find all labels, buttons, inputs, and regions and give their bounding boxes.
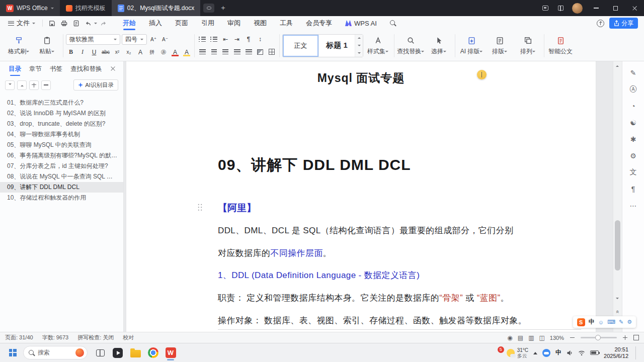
- translate-icon[interactable]: 文: [627, 168, 639, 177]
- expand-all-button[interactable]: [5, 80, 15, 90]
- new-tab-button[interactable]: ＋: [216, 0, 229, 16]
- distribute-button[interactable]: [244, 47, 254, 57]
- wps-app-button[interactable]: W: [164, 345, 177, 360]
- decrease-font-button[interactable]: A⁻: [160, 34, 170, 44]
- ribbon-search[interactable]: [383, 16, 403, 30]
- window-arrange-icon[interactable]: [538, 0, 553, 16]
- formatting-marks-icon[interactable]: ¶: [627, 185, 639, 194]
- decrease-indent-button[interactable]: ⇤: [220, 34, 230, 44]
- page-indicator[interactable]: 页面: 31/40: [5, 334, 33, 341]
- format-painter-button[interactable]: 格式刷: [5, 33, 32, 59]
- layout-button[interactable]: 排版: [486, 33, 513, 59]
- file-menu[interactable]: 文件: [4, 16, 39, 30]
- keyboard-icon[interactable]: ⌨: [607, 319, 615, 325]
- style-heading-1[interactable]: 标题 1: [319, 35, 355, 57]
- align-center-button[interactable]: [209, 47, 219, 57]
- zoom-in-outline-button[interactable]: [29, 80, 39, 90]
- outline-item-2[interactable]: 02、说说 InnoDB 与 MyISAM 的区别: [0, 108, 123, 119]
- pinyin-button[interactable]: 拼: [147, 47, 157, 57]
- web-view-icon[interactable]: ▥: [528, 334, 534, 341]
- emoji-icon[interactable]: ☺: [598, 319, 604, 325]
- ime-settings-icon[interactable]: ⚙: [627, 319, 632, 325]
- ribbon-tab-insert[interactable]: 插入: [142, 16, 169, 30]
- network-icon[interactable]: [578, 350, 585, 356]
- page-view-icon[interactable]: ▤: [518, 334, 523, 341]
- ribbon-tab-page[interactable]: 页面: [169, 16, 195, 30]
- eye-mode-icon[interactable]: ◉: [507, 334, 512, 341]
- fullscreen-icon[interactable]: [633, 335, 639, 340]
- paste-button[interactable]: 粘贴: [33, 33, 60, 59]
- user-avatar[interactable]: [572, 3, 583, 14]
- spellcheck-status[interactable]: 拼写检查: 关闭: [77, 334, 114, 341]
- ribbon-tab-home[interactable]: 开始: [116, 16, 142, 30]
- scrollbar-thumb[interactable]: [615, 220, 620, 270]
- battery-icon[interactable]: [590, 350, 599, 355]
- share-button[interactable]: 分享: [609, 18, 638, 29]
- outline-item-5[interactable]: 05、聊聊 MySQL 中的关联查询: [0, 140, 123, 150]
- undo-button[interactable]: [82, 17, 94, 29]
- font-color-button[interactable]: A: [170, 47, 180, 57]
- show-desktop-button[interactable]: [635, 346, 638, 359]
- volume-icon[interactable]: [567, 350, 573, 356]
- clear-format-button[interactable]: A: [135, 47, 145, 57]
- outline-item-8[interactable]: 08、说说在 MySQL 中一条查询 SQL 是...: [0, 171, 123, 182]
- numbered-list-button[interactable]: [209, 34, 219, 44]
- zoom-value[interactable]: 130%: [550, 335, 564, 341]
- ribbon-tab-reference[interactable]: 引用: [195, 16, 221, 30]
- italic-button[interactable]: I: [77, 47, 88, 57]
- collapse-all-button[interactable]: [17, 80, 27, 90]
- increase-font-button[interactable]: A⁺: [148, 34, 158, 44]
- document-tab[interactable]: 02、Mysql面试专题.docx: [112, 0, 200, 16]
- close-panel-icon[interactable]: [108, 64, 118, 74]
- increase-indent-button[interactable]: ⇥: [232, 34, 242, 44]
- ribbon-tab-wps-ai[interactable]: WPS AI: [339, 16, 383, 30]
- select-button[interactable]: 选择: [425, 33, 452, 59]
- eye-protection-icon[interactable]: ◔: [627, 102, 639, 111]
- maximize-button[interactable]: [606, 0, 625, 16]
- outline-item-1[interactable]: 01、数据库的三范式是什么?: [0, 98, 123, 108]
- nav-tab-contents[interactable]: 目录: [5, 61, 25, 76]
- print-button[interactable]: [58, 17, 70, 29]
- outline-item-7[interactable]: 07、分库分表之后，id 主键如何处理?: [0, 161, 123, 171]
- task-view-button[interactable]: [94, 345, 107, 360]
- minimize-button[interactable]: [587, 0, 606, 16]
- outline-item-4[interactable]: 04、聊一聊数据库事务机制: [0, 129, 123, 140]
- font-style-icon[interactable]: Ⓐ: [627, 85, 639, 94]
- nav-tab-bookmarks[interactable]: 书签: [46, 61, 66, 76]
- nav-tab-chapters[interactable]: 章节: [26, 61, 45, 76]
- subscript-button[interactable]: x₂: [124, 47, 134, 57]
- superscript-button[interactable]: x²: [112, 47, 122, 57]
- hidden-icons-chevron[interactable]: [533, 350, 537, 354]
- outline-item-6[interactable]: 06、事务隔离级别有哪些?MySQL 的默认...: [0, 150, 123, 161]
- enclose-char-button[interactable]: ⓐ: [158, 47, 169, 57]
- zoom-out-button[interactable]: [569, 334, 576, 341]
- wps-home-tab[interactable]: W WPS Office: [0, 0, 60, 16]
- scroll-down-icon[interactable]: [616, 298, 619, 301]
- document-page[interactable]: Mysql 面试专题 09、讲解下 DDL DML DCL 【阿里】 DDL、D…: [126, 61, 596, 332]
- style-body-text[interactable]: 正文: [283, 35, 319, 57]
- scroll-up-icon[interactable]: [616, 64, 619, 67]
- ai-layout-button[interactable]: AI 排版: [458, 33, 485, 59]
- style-set-button[interactable]: 样式集: [364, 33, 391, 59]
- save-button[interactable]: [46, 17, 58, 29]
- settings-icon[interactable]: ⚙: [627, 151, 639, 160]
- align-left-button[interactable]: [197, 47, 207, 57]
- outline-item-9[interactable]: 09、讲解下 DDL DML DCL: [0, 182, 123, 193]
- strikethrough-button[interactable]: abc: [101, 47, 111, 57]
- clock-widget[interactable]: 20:51 2025/6/12: [604, 346, 628, 359]
- multi-page-view-icon[interactable]: ◫: [539, 334, 545, 341]
- file-explorer-button[interactable]: [129, 345, 142, 360]
- edit-pen-icon[interactable]: ✎: [627, 68, 639, 77]
- night-mode-icon[interactable]: ☯: [627, 118, 639, 127]
- template-store-tab[interactable]: 找稻壳模板: [60, 0, 112, 16]
- arrange-button[interactable]: 排列: [514, 33, 541, 59]
- security-app-button[interactable]: 5: [493, 348, 502, 358]
- ai-outline-button[interactable]: AI识别目录: [73, 79, 118, 90]
- zoom-slider-knob[interactable]: [595, 335, 601, 340]
- gallery-more-icon[interactable]: [358, 52, 361, 55]
- ai-assistant-icon[interactable]: ✱: [627, 135, 639, 144]
- promotion-gift-icon[interactable]: [553, 0, 568, 16]
- close-button[interactable]: [625, 0, 644, 16]
- outline-item-3[interactable]: 03、drop、truncate、delete 的区别?: [0, 119, 123, 129]
- vertical-scrollbar[interactable]: « «: [613, 61, 622, 332]
